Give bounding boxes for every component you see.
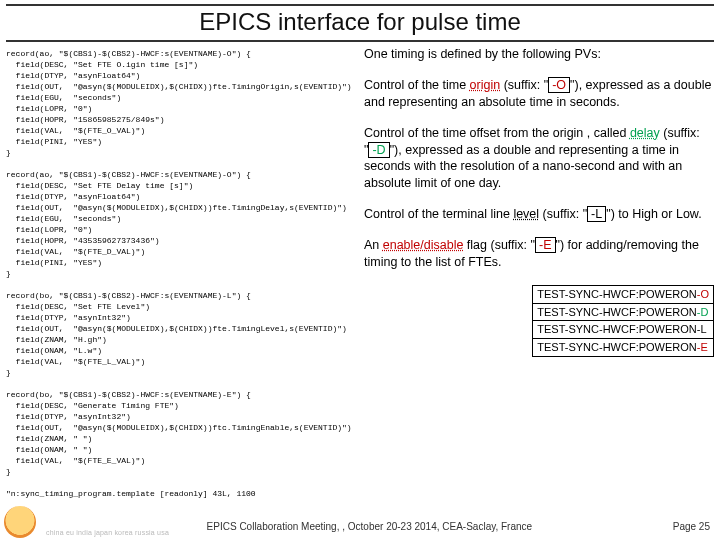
table-row: TEST-SYNC-HWCF:POWERON-D	[533, 303, 714, 321]
table-row: TEST-SYNC-HWCF:POWERON-O	[533, 285, 714, 303]
title-bar: EPICS interface for pulse time	[6, 4, 714, 42]
table-row: TEST-SYNC-HWCF:POWERON-L	[533, 321, 714, 339]
level-keyword: level	[513, 207, 539, 221]
delay-keyword: delay	[630, 126, 660, 140]
footer-caption: EPICS Collaboration Meeting, , October 2…	[66, 521, 673, 532]
main-content: record(ao, "$(CBS1)-$(CBS2)-HWCF:s(EVENT…	[0, 46, 720, 499]
pv-table: TEST-SYNC-HWCF:POWERON-OTEST-SYNC-HWCF:P…	[532, 285, 714, 357]
footer: EPICS Collaboration Meeting, , October 2…	[0, 514, 720, 540]
origin-keyword: origin	[470, 78, 501, 92]
delay-suffix: -D	[368, 142, 389, 158]
enable-suffix: -E	[535, 237, 556, 253]
level-suffix: -L	[587, 206, 606, 222]
level-paragraph: Control of the terminal line level (suff…	[364, 206, 714, 223]
origin-suffix: -O	[548, 77, 570, 93]
enable-paragraph: An enable/disable flag (suffix: "-E") fo…	[364, 237, 714, 271]
description-column: One timing is defined by the following P…	[356, 46, 714, 499]
table-row: TEST-SYNC-HWCF:POWERON-E	[533, 339, 714, 357]
page-number: Page 25	[673, 521, 710, 532]
code-listing: record(ao, "$(CBS1)-$(CBS2)-HWCF:s(EVENT…	[6, 46, 356, 499]
enable-keyword: enable/disable	[383, 238, 464, 252]
page-title: EPICS interface for pulse time	[199, 8, 520, 35]
intro-text: One timing is defined by the following P…	[364, 46, 714, 63]
origin-paragraph: Control of the time origin (suffix: "-O"…	[364, 77, 714, 111]
delay-paragraph: Control of the time offset from the orig…	[364, 125, 714, 193]
